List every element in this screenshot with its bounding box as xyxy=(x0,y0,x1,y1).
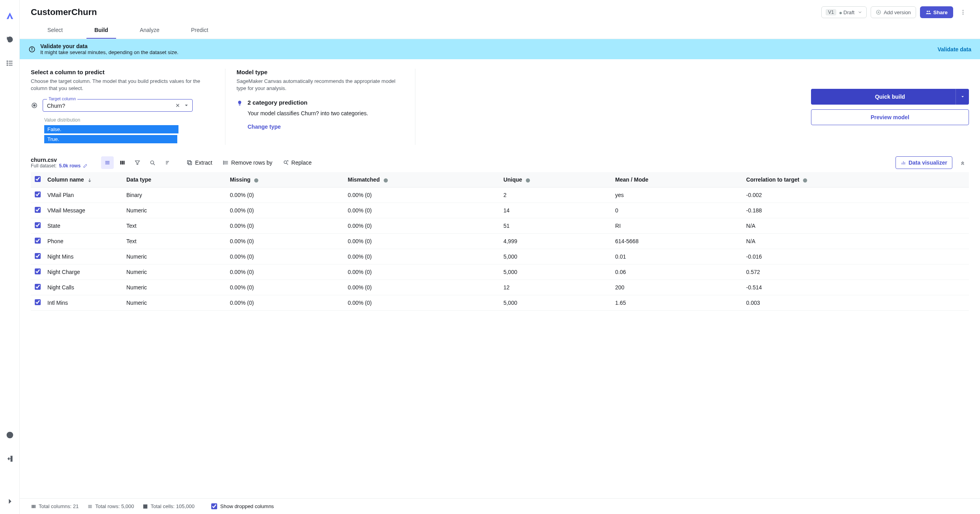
cell-corr: N/A xyxy=(743,218,969,234)
svg-point-15 xyxy=(963,12,963,13)
svg-point-34 xyxy=(150,161,154,164)
show-dropped-label: Show dropped columns xyxy=(220,503,274,509)
grid-view-icon[interactable] xyxy=(116,156,129,169)
select-all-checkbox[interactable] xyxy=(35,176,41,182)
info-icon xyxy=(28,46,36,53)
dataset-name: churn.csv xyxy=(31,157,94,163)
cell-corr: -0.016 xyxy=(743,249,969,265)
row-checkbox[interactable] xyxy=(35,222,41,228)
add-version-button[interactable]: Add version xyxy=(871,6,916,18)
row-checkbox[interactable] xyxy=(35,207,41,213)
list-icon[interactable] xyxy=(4,57,16,69)
th-mismatched[interactable]: Mismatched xyxy=(345,172,500,188)
row-checkbox[interactable] xyxy=(35,238,41,244)
cell-mean: 614-5668 xyxy=(612,234,743,249)
quick-build-dropdown[interactable] xyxy=(956,89,969,105)
rows-count[interactable]: 5.0k rows xyxy=(59,163,81,169)
cell-corr: -0.002 xyxy=(743,188,969,203)
tab-analyze[interactable]: Analyze xyxy=(132,23,167,39)
columns-table: Column name Data type Missing Mismatched… xyxy=(31,172,969,311)
replace-button[interactable]: Replace xyxy=(279,156,315,169)
tab-select[interactable]: Select xyxy=(39,23,71,39)
cell-corr: N/A xyxy=(743,234,969,249)
row-checkbox[interactable] xyxy=(35,191,41,197)
target-column-select[interactable]: Target column Churn? xyxy=(43,99,193,112)
cell-name: Night Charge xyxy=(44,265,123,280)
cell-mean: 1.65 xyxy=(612,295,743,311)
cell-unique: 4,999 xyxy=(500,234,612,249)
tab-predict[interactable]: Predict xyxy=(183,23,216,39)
cell-mismatched: 0.00% (0) xyxy=(345,249,500,265)
cell-missing: 0.00% (0) xyxy=(227,280,345,295)
sort-icon[interactable] xyxy=(161,156,174,169)
svg-point-22 xyxy=(34,105,35,106)
logout-icon[interactable] xyxy=(4,452,16,465)
row-checkbox[interactable] xyxy=(35,284,41,290)
target-icon xyxy=(31,102,38,109)
target-sub: Choose the target column. The model that… xyxy=(31,78,211,92)
share-button[interactable]: Share xyxy=(920,6,953,18)
total-columns: Total columns: 21 xyxy=(39,503,79,509)
cell-missing: 0.00% (0) xyxy=(227,188,345,203)
row-checkbox[interactable] xyxy=(35,268,41,274)
table-row: Night Charge Numeric 0.00% (0) 0.00% (0)… xyxy=(31,265,969,280)
chevron-down-icon[interactable] xyxy=(184,103,189,108)
cell-type: Numeric xyxy=(123,203,227,218)
cell-type: Text xyxy=(123,218,227,234)
th-column-name[interactable]: Column name xyxy=(44,172,123,188)
bar-true: True. xyxy=(44,135,177,143)
svg-point-4 xyxy=(7,63,8,64)
cell-missing: 0.00% (0) xyxy=(227,249,345,265)
svg-point-3 xyxy=(7,61,8,62)
change-type-link[interactable]: Change type xyxy=(248,124,281,130)
more-menu-icon[interactable] xyxy=(957,6,969,18)
prediction-type-sub: Your model classifies Churn? into two ca… xyxy=(248,110,401,116)
cell-mean: 0.01 xyxy=(612,249,743,265)
th-missing[interactable]: Missing xyxy=(227,172,345,188)
svg-point-14 xyxy=(963,10,963,11)
cell-unique: 12 xyxy=(500,280,612,295)
cell-corr: -0.188 xyxy=(743,203,969,218)
search-icon[interactable] xyxy=(146,156,159,169)
filter-icon[interactable] xyxy=(131,156,144,169)
expand-sidebar-icon[interactable] xyxy=(4,495,16,508)
th-data-type[interactable]: Data type xyxy=(123,172,227,188)
row-checkbox[interactable] xyxy=(35,299,41,305)
cell-unique: 2 xyxy=(500,188,612,203)
version-status-pill[interactable]: V1 Draft xyxy=(821,6,867,18)
svg-point-52 xyxy=(256,179,257,180)
validate-data-link[interactable]: Validate data xyxy=(937,46,971,53)
cell-unique: 14 xyxy=(500,203,612,218)
data-visualizer-button[interactable]: Data visualizer xyxy=(896,156,952,169)
row-checkbox[interactable] xyxy=(35,253,41,259)
tab-build[interactable]: Build xyxy=(86,23,116,39)
svg-point-13 xyxy=(928,11,930,12)
remove-rows-button[interactable]: Remove rows by xyxy=(219,156,276,169)
svg-point-61 xyxy=(805,179,805,180)
th-unique[interactable]: Unique xyxy=(500,172,612,188)
cell-type: Numeric xyxy=(123,295,227,311)
svg-point-16 xyxy=(963,14,963,15)
app-logo-icon[interactable] xyxy=(4,9,16,22)
extract-button[interactable]: Extract xyxy=(182,156,216,169)
table-row: Night Mins Numeric 0.00% (0) 0.00% (0) 5… xyxy=(31,249,969,265)
help-icon[interactable] xyxy=(4,429,16,441)
th-mean-mode[interactable]: Mean / Mode xyxy=(612,172,743,188)
edit-icon[interactable] xyxy=(83,163,88,168)
list-view-icon[interactable] xyxy=(101,156,114,169)
preview-model-button[interactable]: Preview model xyxy=(811,109,969,125)
cell-corr: -0.514 xyxy=(743,280,969,295)
svg-rect-62 xyxy=(32,505,32,508)
value-dist-bars: False. True. xyxy=(44,125,178,143)
cell-mismatched: 0.00% (0) xyxy=(345,203,500,218)
main-tabs: Select Build Analyze Predict xyxy=(20,18,980,39)
clear-icon[interactable] xyxy=(175,103,180,108)
quick-build-button[interactable]: Quick build xyxy=(811,89,969,105)
show-dropped-checkbox[interactable] xyxy=(211,503,217,509)
cell-mean: 0 xyxy=(612,203,743,218)
th-correlation[interactable]: Correlation to target xyxy=(743,172,969,188)
status-label: Draft xyxy=(843,9,854,15)
refresh-icon[interactable] xyxy=(4,33,16,46)
svg-marker-26 xyxy=(961,96,964,97)
collapse-icon[interactable] xyxy=(956,156,969,169)
